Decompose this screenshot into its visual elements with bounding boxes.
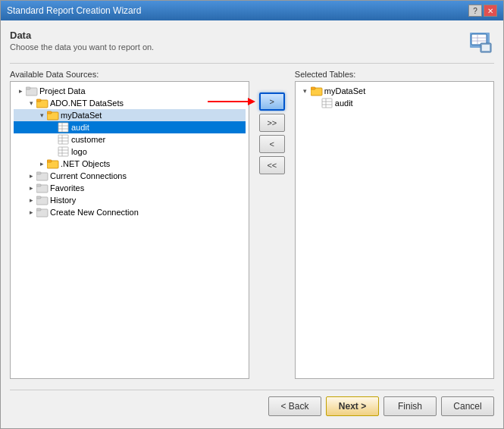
expand-current-connections[interactable]: ▸ xyxy=(26,171,36,181)
title-buttons: ? ✕ xyxy=(468,5,497,17)
label-audit: audit xyxy=(71,123,89,132)
folder-icon-project-data xyxy=(26,86,38,96)
expand-logo xyxy=(47,146,58,157)
svg-rect-11 xyxy=(36,99,41,102)
label-logo: logo xyxy=(71,147,87,156)
left-tree[interactable]: ▸ Project Data ▾ xyxy=(11,82,249,378)
close-button[interactable]: ✕ xyxy=(484,5,497,17)
window-title: Standard Report Creation Wizard xyxy=(7,5,141,16)
tree-item-customer[interactable]: customer xyxy=(14,133,246,146)
label-mydataset: myDataSet xyxy=(61,111,102,120)
expand-net-objects[interactable]: ▸ xyxy=(36,158,47,169)
svg-rect-18 xyxy=(58,135,68,144)
left-panel-label: Available Data Sources: xyxy=(10,70,249,79)
svg-rect-40 xyxy=(322,99,332,108)
folder-icon-history xyxy=(36,195,49,205)
tree-item-favorites[interactable]: ▸ Favorites xyxy=(14,182,246,194)
label-history: History xyxy=(50,196,76,205)
left-panel-wrapper: Available Data Sources: ▸ Project Data xyxy=(10,70,249,379)
transfer-buttons-area: > >> < << xyxy=(255,70,289,379)
sel-expand-mydataset[interactable]: ▾ xyxy=(300,86,311,96)
tree-item-history[interactable]: ▸ History xyxy=(14,194,246,206)
right-panel: ▾ myDataSet xyxy=(295,81,494,379)
move-all-left-button[interactable]: << xyxy=(259,156,285,174)
finish-button[interactable]: Finish xyxy=(383,396,437,416)
header-section: Data Choose the data you want to report … xyxy=(10,30,494,64)
tree-item-net-objects[interactable]: ▸ .NET Objects xyxy=(14,158,246,170)
folder-icon-net-objects xyxy=(47,158,59,169)
svg-rect-14 xyxy=(58,123,68,132)
label-favorites: Favorites xyxy=(50,183,84,193)
data-icon xyxy=(468,31,493,55)
label-current-connections: Current Connections xyxy=(50,171,127,180)
expand-ado[interactable]: ▾ xyxy=(26,98,36,108)
expand-project-data[interactable]: ▸ xyxy=(15,86,26,96)
sel-label-audit: audit xyxy=(335,99,353,108)
svg-rect-27 xyxy=(47,160,52,162)
move-left-button[interactable]: < xyxy=(259,135,285,153)
title-bar: Standard Report Creation Wizard ? ✕ xyxy=(1,1,503,20)
table-icon-audit xyxy=(58,122,70,133)
svg-rect-33 xyxy=(36,196,41,199)
move-right-button[interactable]: > xyxy=(259,92,285,111)
label-project-data: Project Data xyxy=(39,86,86,96)
tree-item-audit[interactable]: audit xyxy=(14,121,246,133)
next-button[interactable]: Next > xyxy=(326,396,379,416)
expand-favorites[interactable]: ▸ xyxy=(26,183,36,193)
svg-rect-9 xyxy=(26,87,30,89)
sel-expand-audit xyxy=(311,98,321,108)
tree-item-logo[interactable]: logo xyxy=(14,146,246,158)
sel-table-icon-audit xyxy=(321,98,333,108)
expand-customer xyxy=(47,134,58,145)
svg-rect-13 xyxy=(47,111,52,114)
label-create-new: Create New Connection xyxy=(50,208,139,217)
sel-folder-icon-mydataset xyxy=(311,86,323,96)
cancel-button[interactable]: Cancel xyxy=(441,396,494,416)
svg-rect-35 xyxy=(36,208,41,211)
tree-item-ado[interactable]: ▾ ADO.NET DataSets xyxy=(14,97,246,109)
left-panel: ▸ Project Data ▾ xyxy=(10,81,249,379)
svg-rect-22 xyxy=(58,147,68,156)
section-title: Data xyxy=(10,30,154,41)
footer-buttons: < Back Next > Finish Cancel xyxy=(10,390,494,419)
sel-label-mydataset: myDataSet xyxy=(324,86,365,96)
svg-rect-31 xyxy=(36,184,41,186)
section-desc: Choose the data you want to report on. xyxy=(10,42,154,52)
expand-create-new[interactable]: ▸ xyxy=(26,207,36,218)
expand-history[interactable]: ▸ xyxy=(26,195,36,205)
sel-tree-item-mydataset[interactable]: ▾ myDataSet xyxy=(299,85,490,97)
tree-item-mydataset[interactable]: ▾ myDataSet xyxy=(14,109,246,121)
folder-icon-ado xyxy=(36,98,49,108)
right-tree[interactable]: ▾ myDataSet xyxy=(296,82,493,378)
wizard-window: Standard Report Creation Wizard ? ✕ Data… xyxy=(0,0,504,429)
svg-rect-29 xyxy=(36,172,41,174)
right-panel-wrapper: Selected Tables: ▾ myDataSet xyxy=(295,70,494,379)
label-net-objects: .NET Objects xyxy=(61,159,110,168)
table-icon-logo xyxy=(58,146,70,157)
folder-icon-favorites xyxy=(36,183,49,193)
sel-tree-item-audit[interactable]: audit xyxy=(299,97,490,109)
label-ado: ADO.NET DataSets xyxy=(50,99,124,108)
label-customer: customer xyxy=(71,135,105,144)
folder-icon-current-connections xyxy=(36,171,49,181)
svg-rect-39 xyxy=(311,87,315,89)
folder-icon-mydataset xyxy=(47,110,59,121)
move-right-container: > xyxy=(259,92,285,111)
folder-icon-create-new xyxy=(36,207,49,218)
tree-item-create-new[interactable]: ▸ Create New Connection xyxy=(14,206,246,218)
help-button[interactable]: ? xyxy=(468,5,482,17)
header-text: Data Choose the data you want to report … xyxy=(10,30,154,52)
back-button[interactable]: < Back xyxy=(268,396,321,416)
content-area: Data Choose the data you want to report … xyxy=(1,20,503,428)
move-all-right-button[interactable]: >> xyxy=(259,114,285,132)
expand-audit xyxy=(47,122,58,133)
tree-item-current-connections[interactable]: ▸ Current Connections xyxy=(14,170,246,182)
expand-mydataset[interactable]: ▾ xyxy=(36,110,47,121)
right-panel-label: Selected Tables: xyxy=(295,70,494,79)
header-icon xyxy=(467,30,494,57)
table-icon-customer xyxy=(58,134,70,145)
tree-item-project-data[interactable]: ▸ Project Data xyxy=(14,85,246,97)
svg-rect-7 xyxy=(482,45,490,51)
